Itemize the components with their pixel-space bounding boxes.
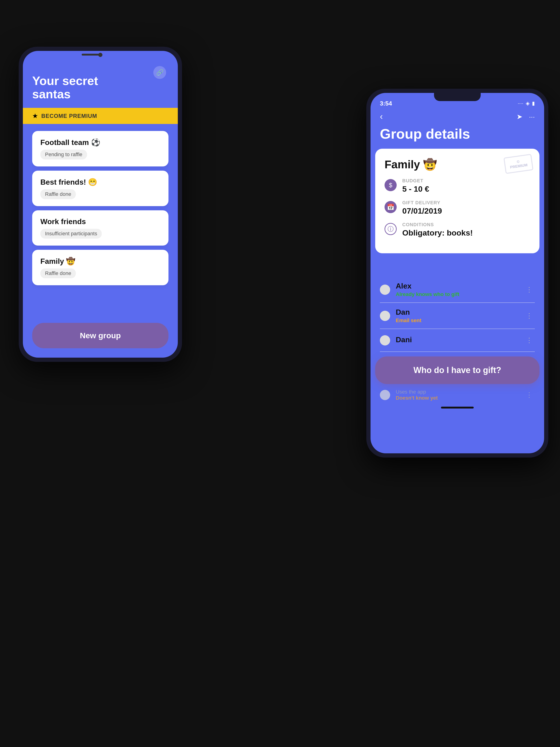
group-name-bestfriends: Best friends! 😁 [41, 178, 160, 186]
star-icon: ★ [32, 112, 38, 120]
group-status-football: Pending to raffle [41, 150, 87, 159]
phone2-device: 3:54 ···· ◈ ▮ ‹ ➤ ··· Group details Fami… [366, 89, 548, 458]
conditions-row: ⓘ CONDITIONS Obligatory: books! [384, 222, 530, 237]
group-card-family[interactable]: Family 🤠 Raffle done [32, 250, 168, 285]
conditions-value: Obligatory: books! [402, 228, 473, 237]
signal-icon: ···· [518, 100, 523, 106]
participant-status-alex: Already knows who to gift [396, 291, 524, 298]
more-icon-dan[interactable]: ⋮ [524, 310, 535, 322]
info-icon: ⓘ [384, 223, 397, 235]
participant-sub-status-john: Doesn't know yet [396, 395, 524, 401]
budget-icon: $ [384, 179, 397, 191]
phone1-camera [98, 53, 102, 57]
share-button[interactable]: ➤ [516, 112, 523, 121]
conditions-label: CONDITIONS [402, 222, 473, 227]
participant-row-alex[interactable]: Alex Already knows who to gift ⋮ [380, 277, 535, 303]
more-button[interactable]: ··· [529, 113, 535, 121]
phone1-speaker [82, 54, 100, 56]
participant-name-dani: Dani [396, 335, 524, 344]
group-name-workfriends: Work friends [41, 217, 160, 226]
group-status-bestfriends: Raffle done [41, 189, 76, 199]
group-detail-card: Family 🤠 ©PREMIUM $ BUDGET 5 - 10 € 📅 GI… [375, 149, 539, 253]
avatar-alex [380, 285, 390, 295]
phone2-notch [434, 93, 481, 101]
avatar-dan [380, 311, 390, 321]
premium-banner[interactable]: ★ BECOME PREMIUM [23, 108, 178, 124]
more-icon-dani[interactable]: ⋮ [524, 334, 535, 346]
page-title: Your secret santas [32, 74, 121, 101]
wifi-icon: ◈ [526, 100, 530, 106]
who-to-gift-button[interactable]: Who do I have to gift? [375, 357, 539, 384]
status-time: 3:54 [380, 100, 392, 107]
new-group-button[interactable]: New group [32, 323, 168, 348]
budget-value: 5 - 10 € [402, 184, 429, 194]
group-card-bestfriends[interactable]: Best friends! 😁 Raffle done [32, 171, 168, 206]
gift-delivery-label: GIFT DELIVERY [402, 200, 442, 205]
navigation-bar: ‹ ➤ ··· [371, 109, 544, 126]
participants-title: Participants [380, 260, 535, 272]
participant-info-dani: Dani [396, 335, 524, 345]
participants-section: Participants Alex Already knows who to g… [371, 253, 544, 352]
back-button[interactable]: ‹ [380, 111, 383, 122]
participant-row-dani[interactable]: Dani ⋮ [380, 329, 535, 352]
avatar-dani [380, 335, 390, 345]
avatar-john [380, 390, 390, 400]
participant-uses-app: Uses the app [396, 389, 524, 395]
group-card-workfriends[interactable]: Work friends Insufficient participants [32, 210, 168, 246]
gift-delivery-row: 📅 GIFT DELIVERY 07/01/2019 [384, 200, 530, 215]
more-icon-john[interactable]: ⋮ [524, 389, 535, 401]
group-name-family: Family 🤠 [41, 257, 160, 266]
premium-stamp-text: ©PREMIUM [509, 158, 528, 170]
group-status-workfriends: Insufficient participants [41, 229, 102, 238]
participant-info-alex: Alex Already knows who to gift [396, 282, 524, 298]
participant-row-john-partial: Uses the app Doesn't know yet ⋮ [371, 384, 544, 402]
group-name-football: Football team ⚽ [41, 138, 160, 147]
link-icon[interactable]: 🔗 [153, 66, 166, 79]
budget-row: $ BUDGET 5 - 10 € [384, 178, 530, 194]
participant-row-dan[interactable]: Dan Email sent ⋮ [380, 303, 535, 329]
gift-delivery-value: 07/01/2019 [402, 206, 442, 215]
participant-info-dan: Dan Email sent [396, 308, 524, 324]
battery-icon: ▮ [532, 100, 535, 106]
groups-list: Football team ⚽ Pending to raffle Best f… [32, 124, 168, 316]
phone1-device: 🔗 Your secret santas ★ BECOME PREMIUM Fo… [19, 47, 182, 362]
more-icon-alex[interactable]: ⋮ [524, 283, 535, 296]
status-icons: ···· ◈ ▮ [518, 100, 535, 106]
detail-page-title: Group details [371, 126, 544, 149]
calendar-icon: 📅 [384, 201, 397, 213]
participant-name-dan: Dan [396, 308, 524, 316]
budget-label: BUDGET [402, 178, 429, 183]
home-indicator [441, 407, 474, 409]
nav-actions: ➤ ··· [516, 112, 535, 121]
group-status-family: Raffle done [41, 268, 76, 278]
participant-status-dan: Email sent [396, 317, 524, 324]
group-card-football[interactable]: Football team ⚽ Pending to raffle [32, 131, 168, 166]
participant-info-john: Uses the app Doesn't know yet [396, 389, 524, 401]
premium-label: BECOME PREMIUM [41, 113, 97, 119]
participant-name-alex: Alex [396, 282, 524, 290]
